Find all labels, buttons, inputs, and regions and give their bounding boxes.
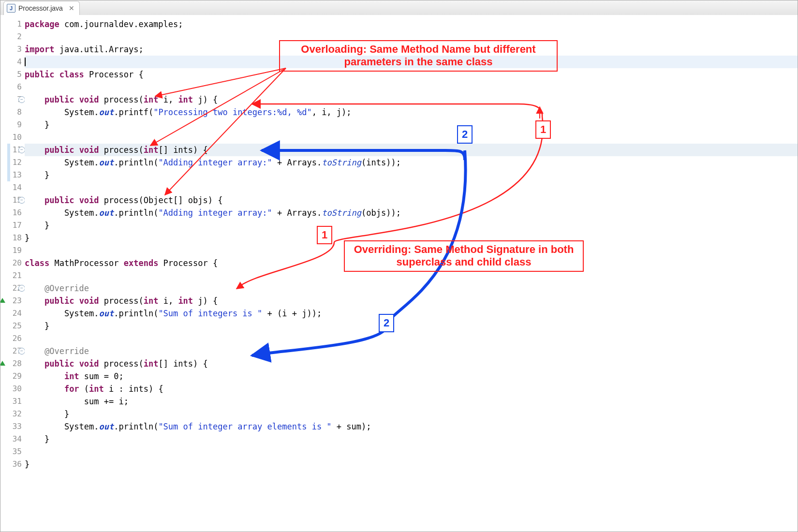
- code-line[interactable]: System.out.printf("Processing two intege…: [25, 106, 798, 118]
- code-line[interactable]: }: [25, 320, 798, 332]
- line-number: 20: [0, 257, 25, 269]
- line-number: 9: [0, 118, 25, 131]
- line-number: 30: [0, 383, 25, 395]
- line-number: 35: [0, 445, 25, 458]
- line-number: 11−: [0, 144, 25, 156]
- code-line[interactable]: System.out.println("Adding integer array…: [25, 156, 798, 169]
- code-line[interactable]: int sum = 0;: [25, 370, 798, 383]
- code-line[interactable]: System.out.println("Sum of integer array…: [25, 420, 798, 433]
- line-number: 26: [0, 332, 25, 345]
- line-number: 15−: [0, 194, 25, 207]
- fold-toggle-icon[interactable]: −: [18, 285, 25, 292]
- code-line[interactable]: }: [25, 408, 798, 420]
- line-number: 32: [0, 408, 25, 420]
- java-file-icon: J: [7, 4, 15, 13]
- line-number: 28: [0, 357, 25, 370]
- code-line[interactable]: [25, 81, 798, 93]
- code-line[interactable]: sum += i;: [25, 395, 798, 408]
- code-line[interactable]: public void process(int[] ints) {: [25, 357, 798, 370]
- fold-toggle-icon[interactable]: −: [18, 348, 25, 355]
- editor-tab-bar: J Processor.java ✕: [0, 0, 798, 15]
- code-line[interactable]: }: [25, 118, 798, 131]
- code-line[interactable]: @Override: [25, 282, 798, 295]
- line-number: 10: [0, 131, 25, 144]
- line-number: 29: [0, 370, 25, 383]
- code-line[interactable]: package com.journaldev.examples;: [25, 18, 798, 30]
- code-line[interactable]: }: [25, 433, 798, 445]
- line-number: 24: [0, 307, 25, 320]
- code-line[interactable]: [25, 56, 798, 68]
- line-number: 1: [0, 18, 25, 30]
- line-number: 36: [0, 458, 25, 471]
- line-number-gutter: 1234567−891011−12131415−16171819202122−2…: [0, 15, 25, 532]
- fold-toggle-icon[interactable]: −: [18, 197, 25, 204]
- code-line[interactable]: [25, 269, 798, 282]
- code-line[interactable]: for (int i : ints) {: [25, 383, 798, 395]
- line-number: 31: [0, 395, 25, 408]
- line-number: 18: [0, 232, 25, 244]
- line-number: 27−: [0, 345, 25, 357]
- close-icon[interactable]: ✕: [69, 4, 74, 12]
- line-number: 19: [0, 244, 25, 257]
- code-line[interactable]: }: [25, 169, 798, 181]
- code-line[interactable]: }: [25, 458, 798, 471]
- line-number: 34: [0, 433, 25, 445]
- line-number: 4: [0, 56, 25, 68]
- code-line[interactable]: [25, 244, 798, 257]
- editor-tab-processor[interactable]: J Processor.java ✕: [3, 1, 80, 15]
- line-number: 13: [0, 169, 25, 181]
- line-number: 23: [0, 295, 25, 307]
- override-marker-icon[interactable]: [0, 298, 5, 303]
- line-number: 17: [0, 219, 25, 232]
- code-line[interactable]: System.out.println("Sum of integers is "…: [25, 307, 798, 320]
- code-line[interactable]: class MathProcessor extends Processor {: [25, 257, 798, 269]
- line-number: 21: [0, 269, 25, 282]
- code-line[interactable]: [25, 131, 798, 144]
- line-number: 3: [0, 43, 25, 56]
- line-number: 22−: [0, 282, 25, 295]
- line-number: 25: [0, 320, 25, 332]
- line-number: 14: [0, 181, 25, 194]
- fold-toggle-icon[interactable]: −: [18, 147, 25, 153]
- text-cursor: [25, 58, 26, 66]
- change-marker[interactable]: [7, 144, 10, 181]
- line-number: 7−: [0, 93, 25, 106]
- code-line[interactable]: [25, 332, 798, 345]
- code-line[interactable]: public void process(int i, int j) {: [25, 93, 798, 106]
- code-line[interactable]: [25, 30, 798, 43]
- code-line[interactable]: public void process(Object[] objs) {: [25, 194, 798, 207]
- code-line[interactable]: System.out.println("Adding integer array…: [25, 207, 798, 219]
- fold-toggle-icon[interactable]: −: [18, 96, 25, 103]
- code-line[interactable]: public class Processor {: [25, 68, 798, 81]
- code-line[interactable]: [25, 181, 798, 194]
- code-line[interactable]: public void process(int i, int j) {: [25, 295, 798, 307]
- line-number: 6: [0, 81, 25, 93]
- line-number: 5: [0, 68, 25, 81]
- override-marker-icon[interactable]: [0, 361, 5, 366]
- code-line[interactable]: public void process(int[] ints) {: [25, 144, 798, 156]
- code-line[interactable]: }: [25, 232, 798, 244]
- line-number: 2: [0, 30, 25, 43]
- line-number: 33: [0, 420, 25, 433]
- line-number: 16: [0, 207, 25, 219]
- code-line[interactable]: import java.util.Arrays;: [25, 43, 798, 56]
- tab-filename: Processor.java: [18, 4, 63, 12]
- code-line[interactable]: [25, 445, 798, 458]
- code-line[interactable]: @Override: [25, 345, 798, 357]
- code-area[interactable]: package com.journaldev.examples;import j…: [25, 15, 798, 532]
- code-editor[interactable]: 1234567−891011−12131415−16171819202122−2…: [0, 15, 798, 532]
- line-number: 12: [0, 156, 25, 169]
- line-number: 8: [0, 106, 25, 118]
- code-line[interactable]: }: [25, 219, 798, 232]
